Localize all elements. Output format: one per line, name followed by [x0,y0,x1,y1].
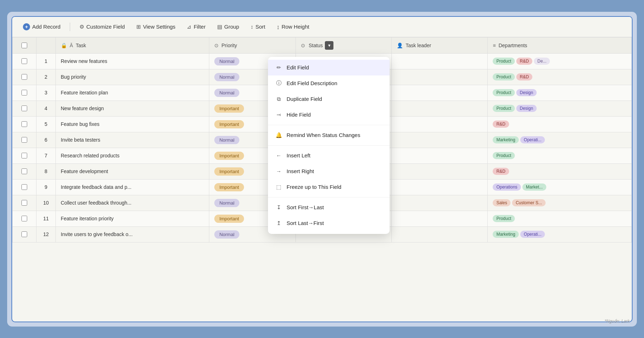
filter-button[interactable]: ⊿ Filter [182,21,210,33]
row-checkbox-cell [13,211,36,226]
depts-cell: ProductR&D [488,69,632,85]
menu-item-sort-first-last[interactable]: ↧ Sort First→Last [268,200,390,215]
task-cell: Collect user feedback through... [55,195,209,211]
view-settings-button[interactable]: ⊞ View Settings [131,21,181,33]
row-number: 3 [36,85,56,101]
dept-tag: Customer S... [512,199,545,206]
sort-button[interactable]: ↕ Sort [245,21,270,33]
dept-tag: De... [534,58,550,65]
depts-cell: R&D [488,163,632,179]
depts-cell: ProductDesign [488,85,632,101]
dept-tag: Operations [493,183,521,191]
plus-icon: + [23,23,30,30]
row-height-button[interactable]: ↨ Row Height [272,21,314,33]
leader-cell [392,69,488,85]
menu-item-sort-last-first-label: Sort Last→First [287,220,324,226]
status-dropdown-button[interactable]: ▼ [325,41,333,50]
task-cell: Invite beta testers [55,132,209,148]
group-button[interactable]: ▤ Group [212,21,244,33]
text-icon: Ā [70,43,73,48]
status-context-menu: ✏ Edit Field ⓘ Edit Field Description ⧉ … [268,57,390,234]
row-checkbox[interactable] [21,74,27,80]
filter-label: Filter [194,24,205,30]
priority-badge: Important [214,183,244,191]
row-checkbox[interactable] [21,200,27,206]
leader-cell [392,195,488,211]
task-cell: Research related products [55,148,209,163]
leader-cell [392,163,488,179]
dept-tag: Operati... [520,136,545,143]
arrow-left-icon: ← [275,152,282,159]
th-checkbox [13,37,36,53]
th-task[interactable]: 🔒 Ā Task [55,37,209,53]
menu-item-edit-field-desc-label: Edit Field Description [287,80,337,86]
menu-item-edit-field-label: Edit Field [287,64,309,70]
th-priority[interactable]: ⊙ Priority [209,37,296,53]
row-checkbox-cell [13,116,36,132]
add-record-button[interactable]: + Add Record [18,20,65,33]
dept-tag: Design [516,89,537,96]
row-checkbox[interactable] [21,106,27,111]
priority-badge: Normal [214,73,239,81]
row-checkbox[interactable] [21,216,27,221]
leader-cell [392,53,488,69]
row-checkbox[interactable] [21,121,27,127]
customize-field-label: Customize Field [86,24,125,30]
watermark: *Nguồn: Lark [605,319,630,324]
dept-tag: R&D [493,121,509,128]
row-checkbox-cell [13,226,36,242]
menu-item-freeze-field[interactable]: ⬚ Freeze up to This Field [268,179,390,195]
row-number: 1 [36,53,56,69]
priority-badge: Normal [214,136,239,144]
th-task-leader[interactable]: 👤 Task leader [392,37,488,53]
menu-item-hide-field[interactable]: ⤙ Hide Field [268,107,390,123]
gear-icon: ⚙ [79,24,84,30]
info-icon: ⓘ [275,80,282,87]
dept-tag: Product [493,215,514,222]
row-checkbox[interactable] [21,231,27,237]
row-checkbox[interactable] [21,153,27,158]
dept-tag: Product [493,73,514,80]
customize-field-button[interactable]: ⚙ Customize Field [74,21,130,33]
copy-icon: ⧉ [275,95,282,103]
view-icon: ⊞ [136,24,141,30]
menu-item-remind-status[interactable]: 🔔 Remind When Status Changes [268,127,390,143]
sort-label: Sort [255,24,265,30]
priority-badge: Important [214,104,244,113]
row-checkbox[interactable] [21,168,27,174]
select-all-checkbox[interactable] [21,43,27,48]
priority-badge: Normal [214,57,239,65]
menu-item-insert-left[interactable]: ← Insert Left [268,148,390,163]
row-checkbox[interactable] [21,137,27,143]
th-status[interactable]: ⊙ Status ▼ [296,37,391,53]
dept-tag: Marketing [493,231,519,238]
menu-item-insert-right[interactable]: → Insert Right [268,163,390,179]
row-checkbox-cell [13,101,36,116]
row-checkbox[interactable] [21,58,27,64]
row-checkbox-cell [13,53,36,69]
depts-cell: Product [488,148,632,163]
menu-item-sort-last-first[interactable]: ↥ Sort Last→First [268,215,390,231]
row-number: 4 [36,101,56,116]
row-checkbox[interactable] [21,184,27,190]
task-cell: New feature design [55,101,209,116]
priority-badge: Normal [214,230,239,239]
menu-item-duplicate-field[interactable]: ⧉ Duplicate Field [268,91,390,107]
menu-item-freeze-field-label: Freeze up to This Field [287,184,341,190]
table-wrapper: 🔒 Ā Task ⊙ Priority ⊙ Status [12,37,632,322]
priority-badge: Important [214,167,244,176]
depts-cell: MarketingOperati... [488,226,632,242]
th-departments[interactable]: ≡ Departments [488,37,632,53]
row-number: 9 [36,179,56,195]
sort-za-icon: ↥ [275,220,282,227]
menu-item-remind-status-label: Remind When Status Changes [287,132,360,138]
dept-tag: R&D [493,168,509,175]
menu-item-insert-right-label: Insert Right [287,168,314,174]
menu-item-edit-field-desc[interactable]: ⓘ Edit Field Description [268,75,390,91]
leader-cell [392,85,488,101]
pencil-icon: ✏ [275,64,282,71]
priority-badge: Important [214,215,244,223]
row-checkbox[interactable] [21,90,27,95]
menu-divider-3 [268,197,390,197]
menu-item-edit-field[interactable]: ✏ Edit Field [268,60,390,75]
